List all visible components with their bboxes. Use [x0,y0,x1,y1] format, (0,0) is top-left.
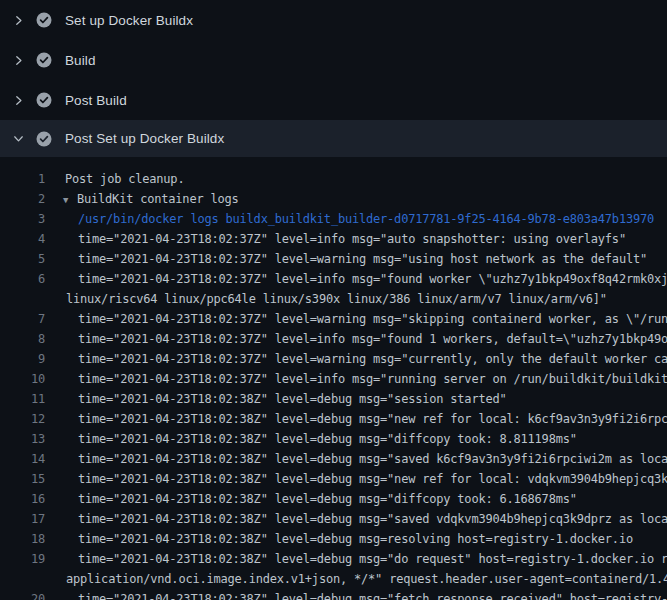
log-text: time="2021-04-23T18:02:37Z" level=info m… [78,229,626,249]
log-line: 17 time="2021-04-23T18:02:38Z" level=deb… [0,509,667,529]
log-line: 2 ▼ BuildKit container logs [0,189,667,209]
log-viewer: 1 Post job cleanup. 2 ▼ BuildKit contain… [0,169,667,600]
step-row-setup-docker-buildx[interactable]: Set up Docker Buildx [0,0,667,40]
chevron-right-icon [13,15,25,26]
log-text: time="2021-04-23T18:02:38Z" level=debug … [78,389,507,409]
log-text: time="2021-04-23T18:02:37Z" level=warnin… [78,349,667,369]
step-row-build[interactable]: Build [0,40,667,80]
step-label: Post Build [65,93,127,108]
command-text: /usr/bin/docker logs buildx_buildkit_bui… [78,209,654,229]
log-text: time="2021-04-23T18:02:37Z" level=info m… [78,329,667,349]
log-line: 16 time="2021-04-23T18:02:38Z" level=deb… [0,489,667,509]
log-text: linux/riscv64 linux/ppc64le linux/s390x … [66,289,607,309]
log-text: time="2021-04-23T18:02:38Z" level=debug … [78,449,667,469]
log-line-wrapped: linux/riscv64 linux/ppc64le linux/s390x … [0,289,667,309]
line-number-link[interactable]: 17 [0,509,45,529]
log-text: time="2021-04-23T18:02:38Z" level=debug … [78,469,667,489]
check-circle-icon [36,12,52,28]
line-number-link[interactable]: 6 [0,269,45,289]
log-group-label: BuildKit container logs [77,189,239,209]
log-line-wrapped: application/vnd.oci.image.index.v1+json,… [0,569,667,589]
log-line: 15 time="2021-04-23T18:02:38Z" level=deb… [0,469,667,489]
log-text: time="2021-04-23T18:02:38Z" level=debug … [78,409,667,429]
chevron-right-icon [13,55,25,66]
log-line: 4 time="2021-04-23T18:02:37Z" level=info… [0,229,667,249]
line-number-link[interactable]: 12 [0,409,45,429]
log-text: time="2021-04-23T18:02:38Z" level=debug … [78,549,667,569]
log-line: 10 time="2021-04-23T18:02:37Z" level=inf… [0,369,667,389]
log-text: time="2021-04-23T18:02:37Z" level=info m… [78,269,667,289]
chevron-down-icon [13,133,25,144]
log-line: 8 time="2021-04-23T18:02:37Z" level=info… [0,329,667,349]
check-circle-icon [36,52,52,68]
step-list: Set up Docker Buildx Build Post Build Po… [0,0,667,157]
log-line: 9 time="2021-04-23T18:02:37Z" level=warn… [0,349,667,369]
log-text: application/vnd.oci.image.index.v1+json,… [66,569,667,589]
step-label: Build [65,53,96,68]
step-label: Post Set up Docker Buildx [65,131,224,146]
line-number-link[interactable]: 14 [0,449,45,469]
line-number-link[interactable]: 15 [0,469,45,489]
triangle-down-icon: ▼ [63,190,77,209]
log-text: time="2021-04-23T18:02:38Z" level=debug … [78,489,577,509]
line-number-link[interactable]: 1 [0,169,45,189]
line-number-link[interactable]: 5 [0,249,45,269]
log-group-toggle[interactable]: ▼ BuildKit container logs [45,189,239,209]
line-number-link[interactable]: 18 [0,529,45,549]
log-line: 14 time="2021-04-23T18:02:38Z" level=deb… [0,449,667,469]
log-line: 5 time="2021-04-23T18:02:37Z" level=warn… [0,249,667,269]
line-number-link[interactable]: 19 [0,549,45,569]
step-row-post-build[interactable]: Post Build [0,80,667,120]
log-line: 7 time="2021-04-23T18:02:37Z" level=warn… [0,309,667,329]
log-line: 12 time="2021-04-23T18:02:38Z" level=deb… [0,409,667,429]
check-circle-icon [36,92,52,108]
line-number-link[interactable]: 16 [0,489,45,509]
check-circle-icon [36,131,52,147]
log-line: 3 /usr/bin/docker logs buildx_buildkit_b… [0,209,667,229]
chevron-right-icon [13,95,25,106]
line-number-link[interactable]: 20 [0,589,45,600]
log-line: 19 time="2021-04-23T18:02:38Z" level=deb… [0,549,667,569]
step-label: Set up Docker Buildx [65,13,193,28]
line-number-link[interactable]: 3 [0,209,45,229]
log-text: time="2021-04-23T18:02:38Z" level=debug … [78,589,667,600]
log-text: Post job cleanup. [65,169,184,189]
line-number-link[interactable]: 11 [0,389,45,409]
log-text: time="2021-04-23T18:02:38Z" level=debug … [78,529,633,549]
line-number-link[interactable]: 4 [0,229,45,249]
line-number-link[interactable]: 10 [0,369,45,389]
line-number-link[interactable]: 7 [0,309,45,329]
log-line: 13 time="2021-04-23T18:02:38Z" level=deb… [0,429,667,449]
line-number-link[interactable]: 8 [0,329,45,349]
log-line: 20 time="2021-04-23T18:02:38Z" level=deb… [0,589,667,600]
line-number-link[interactable]: 2 [0,189,45,209]
step-row-post-setup-docker-buildx[interactable]: Post Set up Docker Buildx [0,120,667,157]
log-text: time="2021-04-23T18:02:37Z" level=info m… [78,369,667,389]
log-text: time="2021-04-23T18:02:37Z" level=warnin… [78,309,667,329]
log-line: 6 time="2021-04-23T18:02:37Z" level=info… [0,269,667,289]
log-line: 18 time="2021-04-23T18:02:38Z" level=deb… [0,529,667,549]
log-text: time="2021-04-23T18:02:38Z" level=debug … [78,509,667,529]
log-text: time="2021-04-23T18:02:38Z" level=debug … [78,429,577,449]
log-text: time="2021-04-23T18:02:37Z" level=warnin… [78,249,647,269]
line-number-link[interactable]: 9 [0,349,45,369]
line-number-link[interactable]: 13 [0,429,45,449]
log-line: 1 Post job cleanup. [0,169,667,189]
log-line: 11 time="2021-04-23T18:02:38Z" level=deb… [0,389,667,409]
